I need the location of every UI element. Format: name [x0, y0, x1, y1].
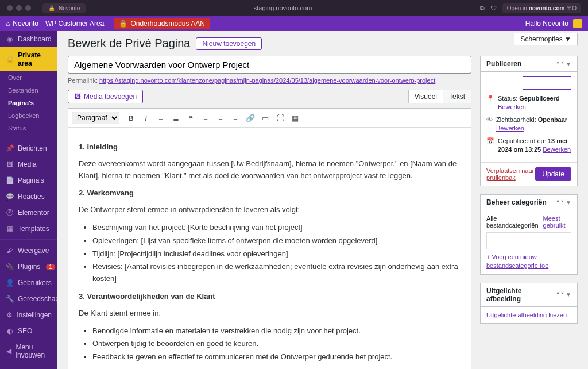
- editor-toolbar: Paragraaf B I ≡ ≣ ❝ ≡ ≡ ≡ 🔗 ▭ ⛶ ▦: [68, 109, 471, 128]
- sidebar-sub-paginas[interactable]: Pagina's: [0, 97, 57, 109]
- edit-date-link[interactable]: Bewerken: [543, 146, 571, 153]
- toolbar-toggle-button[interactable]: ▦: [288, 111, 302, 125]
- sidebar-sub-status[interactable]: Status: [0, 122, 57, 134]
- cat-tab-all[interactable]: Alle bestandcategoriën: [486, 215, 539, 229]
- sidebar-elementor[interactable]: ⒺElementor: [0, 205, 57, 221]
- sidebar-instellingen[interactable]: ⚙Instellingen: [0, 307, 57, 323]
- sidebar-media[interactable]: 🖼Media: [0, 156, 57, 172]
- add-media-button[interactable]: 🖼 Media toevoegen: [68, 90, 143, 103]
- plugin-count-badge: 1: [46, 264, 55, 270]
- sidebar-gebruikers[interactable]: 👤Gebruikers: [0, 275, 57, 291]
- url-display: staging.novonto.com: [86, 5, 480, 11]
- lock-icon: 🔒: [6, 55, 14, 63]
- align-right-button[interactable]: ≡: [229, 111, 242, 125]
- template-icon: ▦: [6, 225, 14, 233]
- url-bar-site: 🔒 Novonto: [42, 3, 86, 13]
- lock-icon: 🔒: [119, 20, 127, 28]
- admin-sidebar: ◉Dashboard 🔒Private area Over Bestanden …: [0, 31, 57, 369]
- sidebar-gereedschap[interactable]: 🔧Gereedschap: [0, 291, 57, 307]
- sidebar-dashboard[interactable]: ◉Dashboard: [0, 31, 57, 47]
- open-in-app[interactable]: Open in novonto.com ⌘O: [502, 3, 581, 13]
- traffic-light-max[interactable]: [25, 5, 31, 11]
- align-left-button[interactable]: ≡: [199, 111, 212, 125]
- extension-icon[interactable]: ⧉: [480, 5, 485, 12]
- site-label: Novonto: [59, 5, 80, 11]
- italic-button[interactable]: I: [139, 111, 153, 125]
- tab-visual[interactable]: Visueel: [408, 90, 443, 103]
- admin-bar-site[interactable]: ⌂ Novonto: [6, 20, 38, 28]
- tools-icon: 🔧: [6, 295, 14, 303]
- move-up-icon[interactable]: ˄: [556, 291, 559, 298]
- toggle-icon[interactable]: ▼: [566, 199, 571, 206]
- sidebar-seo[interactable]: ◐SEO: [0, 323, 57, 339]
- align-center-button[interactable]: ≡: [214, 111, 227, 125]
- update-button[interactable]: Update: [535, 167, 571, 181]
- category-list[interactable]: [486, 232, 571, 249]
- shield-icon[interactable]: 🛡: [490, 5, 497, 11]
- permalink-link[interactable]: https://staging.novonto.com/klantenzone/…: [99, 77, 435, 84]
- edit-visibility-link[interactable]: Bewerken: [496, 125, 524, 132]
- move-down-icon[interactable]: ˅: [561, 61, 564, 67]
- plugin-icon: 🔌: [6, 263, 14, 271]
- elementor-icon: Ⓔ: [6, 209, 14, 217]
- appearance-icon: 🖌: [6, 247, 14, 255]
- greeting[interactable]: Hallo Novonto: [525, 20, 568, 28]
- more-button[interactable]: ▭: [258, 111, 272, 125]
- sidebar-reacties[interactable]: 💬Reacties: [0, 189, 57, 205]
- sidebar-weergave[interactable]: 🖌Weergave: [0, 243, 57, 259]
- calendar-icon: 📅: [486, 137, 494, 145]
- sidebar-sub-logboeken[interactable]: Logboeken: [0, 109, 57, 122]
- post-title-input[interactable]: [68, 56, 471, 74]
- page-icon: 📄: [6, 176, 14, 184]
- move-up-icon[interactable]: ˄: [556, 199, 559, 206]
- move-to-trash-link[interactable]: Verplaatsen naar prullenbak: [486, 167, 535, 181]
- comment-icon: 💬: [6, 193, 14, 201]
- new-page-button[interactable]: Nieuw toevoegen: [196, 37, 262, 50]
- categories-title: Beheer categoriën: [486, 198, 547, 206]
- format-select[interactable]: Paragraaf: [72, 112, 119, 124]
- edit-status-link[interactable]: Bewerken: [498, 103, 526, 110]
- publish-title: Publiceren: [486, 60, 521, 68]
- toggle-icon[interactable]: ▼: [566, 291, 571, 298]
- visibility-icon: 👁: [486, 116, 493, 124]
- avatar[interactable]: [573, 19, 582, 28]
- permalink-row: Permalink: https://staging.novonto.com/k…: [68, 77, 471, 84]
- move-down-icon[interactable]: ˅: [561, 291, 564, 298]
- traffic-light-close[interactable]: [7, 5, 13, 11]
- toggle-icon[interactable]: ▼: [566, 61, 571, 67]
- featured-image-box: Uitgelichte afbeelding ˄ ˅ ▼ Uitgelichte…: [480, 283, 578, 324]
- bold-button[interactable]: B: [124, 111, 138, 125]
- bullet-list-button[interactable]: ≡: [154, 111, 168, 125]
- admin-bar-customer-area[interactable]: WP Customer Area: [45, 20, 104, 28]
- sidebar-collapse[interactable]: ◀Menu invouwen: [0, 339, 57, 363]
- sidebar-plugins[interactable]: 🔌Plugins1: [0, 259, 57, 275]
- fullscreen-button[interactable]: ⛶: [273, 111, 287, 125]
- sidebar-templates[interactable]: ▦Templates: [0, 221, 57, 237]
- move-down-icon[interactable]: ˅: [561, 199, 564, 206]
- add-category-link[interactable]: + Voeg een nieuw bestandscategorie toe: [486, 253, 571, 270]
- screen-options-toggle[interactable]: Schermopties ▼: [514, 33, 578, 45]
- link-button[interactable]: 🔗: [243, 111, 257, 125]
- lock-icon: 🔒: [48, 5, 55, 11]
- tab-text[interactable]: Tekst: [443, 90, 471, 103]
- quote-button[interactable]: ❝: [184, 111, 198, 125]
- sidebar-paginas[interactable]: 📄Pagina's: [0, 172, 57, 189]
- traffic-light-min[interactable]: [16, 5, 22, 11]
- editor-content[interactable]: 1. Inleiding Deze overeenkomst wordt aan…: [68, 128, 471, 369]
- move-up-icon[interactable]: ˄: [556, 61, 559, 67]
- categories-box: Beheer categoriën ˄ ˅ ▼ Alle bestandcate…: [480, 194, 578, 275]
- publish-box: Publiceren ˄ ˅ ▼ 📍Status: Gepubliceerd B…: [480, 56, 578, 186]
- number-list-button[interactable]: ≣: [169, 111, 183, 125]
- sidebar-private-area[interactable]: 🔒Private area: [0, 47, 57, 71]
- cat-tab-used[interactable]: Meest gebruikt: [543, 215, 571, 229]
- choose-featured-image-link[interactable]: Uitgelichte afbeelding kiezen: [486, 312, 567, 318]
- sidebar-sub-over[interactable]: Over: [0, 71, 57, 84]
- content-area: Schermopties ▼ Bewerk de Privé Pagina Ni…: [57, 31, 588, 369]
- page-title: Bewerk de Privé Pagina: [68, 37, 190, 50]
- publish-search-input[interactable]: [523, 76, 571, 90]
- sidebar-berichten[interactable]: 📌Berichten: [0, 140, 57, 156]
- settings-icon: ⚙: [6, 311, 13, 319]
- sidebar-sub-bestanden[interactable]: Bestanden: [0, 84, 57, 97]
- media-icon: 🖼: [6, 160, 14, 168]
- maintenance-mode-badge[interactable]: 🔒 Onderhoudsmodus AAN: [114, 18, 209, 29]
